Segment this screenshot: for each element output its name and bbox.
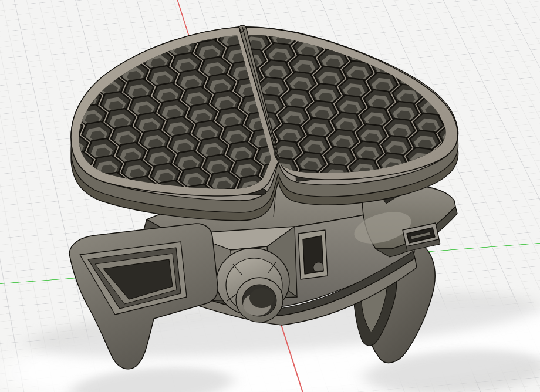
hex-hole (39, 82, 75, 106)
hex-hole (476, 67, 510, 90)
hex-hole (270, 8, 304, 31)
hex-hole (348, 26, 382, 49)
hex-hole (430, 26, 464, 49)
hex-hole (153, 1, 188, 25)
hex-hole (0, 28, 31, 52)
hex-hole (480, 50, 514, 73)
hex-hole (401, 32, 436, 55)
hex-hole (468, 102, 502, 124)
hex-hole (373, 38, 407, 60)
hex-hole (0, 45, 36, 69)
hex-hole (37, 163, 73, 187)
hex-hole (32, 146, 68, 170)
model-3d[interactable] (0, 0, 540, 392)
hex-hole (274, 0, 308, 13)
hex-hole (457, 153, 491, 175)
hex-hole (433, 9, 467, 32)
hex-hole (48, 197, 83, 221)
hex-hole (48, 19, 83, 43)
hex-hole (461, 136, 495, 158)
hex-hole (82, 39, 117, 63)
hex-hole (205, 0, 241, 16)
hex-hole (34, 66, 70, 90)
cad-viewport[interactable] (0, 0, 540, 392)
hex-hole (465, 119, 499, 141)
hex-hole (423, 60, 457, 83)
hex-hole (487, 15, 521, 38)
hex-hole (5, 62, 41, 86)
hex-hole (451, 55, 485, 78)
front-port[interactable] (298, 230, 328, 279)
hex-hole (397, 49, 431, 72)
hex-hole (217, 1, 251, 24)
hex-hole (245, 0, 279, 19)
hex-hole (76, 23, 112, 47)
hex-hole (58, 52, 94, 76)
hex-hole (447, 72, 481, 95)
hex-hole (352, 8, 386, 31)
hex-hole (380, 3, 414, 26)
hex-hole (21, 112, 57, 136)
hex-hole (454, 170, 488, 192)
hex-hole (26, 129, 62, 153)
hex-hole (181, 5, 217, 29)
hex-hole (263, 0, 299, 24)
hex-hole (298, 2, 332, 25)
hex-hole (76, 201, 112, 225)
hex-hole (483, 33, 517, 56)
hex-hole (323, 14, 357, 37)
hex-hole (100, 9, 136, 33)
hex-hole (16, 95, 52, 119)
hex-hole (258, 0, 293, 7)
hex-hole (11, 79, 46, 103)
hex-hole (129, 13, 165, 38)
hex-hole (23, 32, 59, 56)
bore-dark (249, 288, 274, 308)
hex-hole (105, 26, 141, 50)
hex-hole (426, 43, 460, 66)
strap-arm-left[interactable] (69, 224, 218, 369)
hex-hole (29, 49, 65, 73)
hex-hole (455, 38, 489, 61)
hex-hole (234, 0, 270, 20)
hex-hole (53, 214, 89, 238)
hex-hole (458, 21, 492, 44)
hex-hole (53, 36, 89, 60)
hex-hole (405, 15, 439, 38)
hex-hole (327, 0, 361, 19)
hex-hole (376, 20, 410, 43)
hex-hole (472, 84, 506, 107)
hex-hole (220, 0, 254, 7)
hex-hole (42, 180, 78, 204)
